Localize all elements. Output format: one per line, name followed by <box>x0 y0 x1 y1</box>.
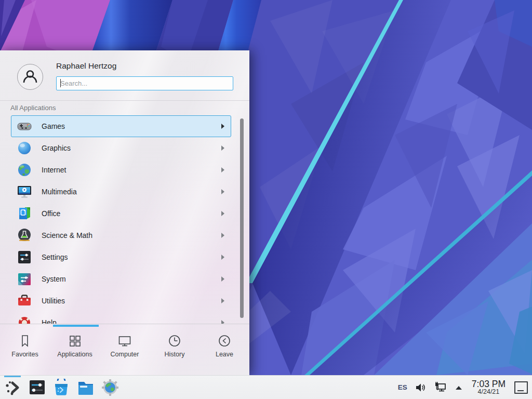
category-help[interactable]: Help <box>11 312 231 324</box>
category-label: Help <box>42 318 57 324</box>
category-system[interactable]: System <box>11 268 231 290</box>
search-input[interactable] <box>56 76 233 90</box>
user-name: Raphael Hertzog <box>56 61 116 71</box>
section-label: All Applications <box>10 104 56 112</box>
category-label: Multimedia <box>42 188 77 196</box>
submenu-arrow-icon <box>221 255 224 260</box>
keyboard-layout-indicator[interactable]: ES <box>398 383 407 391</box>
clock-time: 7:03 PM <box>472 379 506 389</box>
category-list: Games Graphics Internet <box>0 115 249 324</box>
flask-icon <box>17 228 32 243</box>
sliders-icon <box>17 249 32 265</box>
user-icon <box>21 68 39 86</box>
taskbar: ES 7:03 PM 4/24/21 <box>0 375 532 399</box>
category-graphics[interactable]: Graphics <box>11 137 231 159</box>
digital-clock[interactable]: 7:03 PM 4/24/21 <box>471 379 507 396</box>
submenu-arrow-icon <box>221 276 224 282</box>
category-label: Utilities <box>42 297 65 305</box>
tab-label: Leave <box>216 351 233 358</box>
submenu-arrow-icon <box>221 145 224 151</box>
submenu-arrow-icon <box>221 189 224 194</box>
submenu-arrow-icon <box>221 211 224 216</box>
grid-icon <box>68 334 82 348</box>
category-games[interactable]: Games <box>11 115 231 137</box>
folder-icon <box>77 379 95 396</box>
discover-button[interactable] <box>51 376 72 399</box>
multimedia-icon <box>17 184 32 200</box>
gamepad-icon <box>17 118 32 134</box>
submenu-arrow-icon <box>221 320 224 324</box>
category-settings[interactable]: Settings <box>11 246 231 268</box>
toolbox-icon <box>17 293 32 309</box>
tab-label: Favorites <box>11 351 38 358</box>
bookmark-icon <box>18 334 32 348</box>
tab-history[interactable]: History <box>150 334 200 375</box>
category-label: Settings <box>42 253 68 261</box>
show-desktop-button[interactable] <box>514 381 528 394</box>
tab-label: Applications <box>57 351 92 358</box>
category-multimedia[interactable]: Multimedia <box>11 181 231 203</box>
document-icon <box>17 206 32 221</box>
file-manager-button[interactable] <box>75 376 96 399</box>
clock-icon <box>167 334 182 348</box>
active-task-indicator <box>4 376 21 377</box>
category-label: Science & Math <box>42 231 92 240</box>
tab-applications[interactable]: Applications <box>50 334 100 375</box>
clock-date: 4/24/21 <box>472 389 506 395</box>
category-utilities[interactable]: Utilities <box>11 290 231 312</box>
launcher-header: Raphael Hertzog <box>0 50 249 101</box>
submenu-arrow-icon <box>221 233 224 238</box>
submenu-arrow-icon <box>221 124 224 129</box>
network-icon[interactable] <box>434 382 447 393</box>
web-browser-button[interactable] <box>100 376 121 399</box>
expand-tray-arrow-icon[interactable] <box>455 385 463 390</box>
application-launcher-panel: Raphael Hertzog All Applications Games <box>0 50 249 375</box>
category-label: Internet <box>42 166 66 174</box>
launcher-button[interactable] <box>2 376 23 399</box>
tab-label: Computer <box>111 351 139 358</box>
sphere-icon <box>17 140 32 156</box>
text-caret <box>60 79 61 87</box>
tab-leave[interactable]: Leave <box>200 334 249 375</box>
system-icon <box>17 271 32 287</box>
browser-globe-icon <box>101 379 119 396</box>
category-science-math[interactable]: Science & Math <box>11 224 231 246</box>
tab-computer[interactable]: Computer <box>100 334 150 375</box>
tab-favorites[interactable]: Favorites <box>0 334 50 375</box>
category-label: Graphics <box>42 144 71 152</box>
globe-icon <box>17 162 32 178</box>
submenu-arrow-icon <box>221 167 224 172</box>
list-scrollbar[interactable] <box>240 118 244 318</box>
system-settings-icon <box>29 379 46 396</box>
monitor-icon <box>117 334 132 348</box>
category-internet[interactable]: Internet <box>11 159 231 181</box>
header-divider <box>0 100 249 101</box>
kde-launcher-icon <box>4 379 21 396</box>
category-label: Office <box>42 209 60 218</box>
category-office[interactable]: Office <box>11 203 231 224</box>
category-label: Games <box>42 122 65 130</box>
active-tab-indicator <box>53 325 99 327</box>
discover-icon <box>52 379 70 396</box>
lifebuoy-icon <box>17 315 32 324</box>
category-label: System <box>42 275 66 283</box>
launcher-tabbar: Favorites Applications Computer <box>0 324 249 375</box>
user-avatar[interactable] <box>17 64 43 90</box>
tab-label: History <box>165 351 185 358</box>
volume-icon[interactable] <box>415 382 427 393</box>
leave-icon <box>217 334 232 348</box>
system-settings-button[interactable] <box>26 376 47 399</box>
submenu-arrow-icon <box>221 298 224 303</box>
